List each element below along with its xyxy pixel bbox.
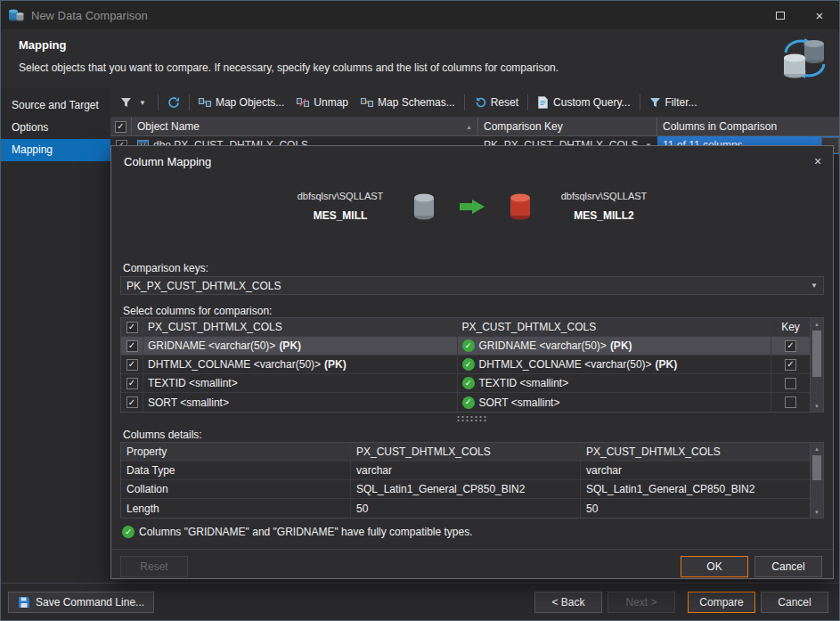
column-checkbox[interactable] — [126, 396, 138, 408]
toolbar-separator — [158, 94, 159, 110]
column-row-textid[interactable]: TEXTID <smallint> TEXTID <smallint> — [121, 374, 810, 393]
source-database: MES_MILL — [291, 209, 389, 222]
compatibility-status: Columns "GRIDNAME" and "GRIDNAME" have f… — [122, 526, 473, 538]
sort-ascending-icon: ▲ — [466, 124, 472, 130]
dialog-title: Column Mapping — [124, 155, 211, 168]
refresh-button[interactable] — [161, 92, 186, 113]
select-all-objects-checkbox[interactable] — [110, 118, 132, 135]
target-server: dbfsqlsrv\SQLLAST — [555, 191, 653, 201]
source-server: dbfsqlsrv\SQLLAST — [291, 191, 389, 201]
column-table-header: PX_CUST_DHTMLX_COLS PX_CUST_DHTMLX_COLS … — [121, 318, 810, 337]
chevron-down-icon: ▼ — [811, 282, 818, 290]
back-button[interactable]: < Back — [534, 592, 602, 613]
column-checkbox[interactable] — [126, 359, 138, 371]
scroll-up-icon[interactable]: ▲ — [811, 443, 823, 454]
compatible-icon — [462, 377, 475, 389]
unmap-label: Unmap — [314, 96, 348, 109]
custom-query-icon — [537, 96, 549, 109]
map-schemas-label: Map Schemas... — [378, 96, 455, 109]
column-checkbox[interactable] — [126, 378, 138, 389]
success-icon — [122, 526, 135, 538]
reset-button[interactable]: Reset — [468, 92, 525, 113]
toolbar-separator — [189, 94, 190, 110]
key-checkbox[interactable] — [785, 378, 796, 389]
ok-button[interactable]: OK — [681, 556, 748, 577]
refresh-icon — [167, 96, 180, 109]
source-database-icon — [412, 192, 436, 221]
wizard-sidebar: Source and Target Options Mapping — [1, 88, 110, 583]
scroll-down-icon[interactable]: ▼ — [811, 506, 823, 518]
titlebar: New Data Comparison × — [1, 1, 839, 29]
next-button[interactable]: Next > — [608, 592, 675, 613]
reset-mapping-button[interactable]: Reset — [120, 556, 188, 577]
columns-details-table: Property PX_CUST_DHTMLX_COLS PX_CUST_DHT… — [120, 442, 824, 519]
save-command-line-button[interactable]: Save Command Line... — [8, 592, 154, 613]
maximize-button[interactable] — [761, 1, 800, 29]
scroll-up-icon[interactable]: ▲ — [811, 318, 823, 330]
columns-in-comparison-column-header[interactable]: Columns in Comparison — [657, 118, 839, 135]
sidebar-item-mapping[interactable]: Mapping — [1, 139, 110, 161]
filter-dropdown-button[interactable]: ▼ — [114, 92, 155, 113]
details-row-length[interactable]: Length 50 50 — [121, 499, 810, 518]
compare-button[interactable]: Compare — [688, 592, 755, 613]
details-row-data-type[interactable]: Data Type varchar varchar — [121, 462, 810, 480]
sidebar-item-source-and-target[interactable]: Source and Target — [1, 94, 110, 117]
sidebar-item-options[interactable]: Options — [1, 117, 110, 139]
close-dialog-button[interactable]: × — [809, 152, 827, 170]
splitter-grip[interactable] — [456, 415, 488, 421]
new-data-comparison-window: New Data Comparison × Mapping Select obj… — [0, 0, 840, 621]
columns-scrollbar[interactable]: ▲ ▼ — [810, 318, 823, 412]
custom-query-button[interactable]: Custom Query... — [531, 92, 636, 113]
column-row-dhtmlx-colname[interactable]: DHTMLX_COLNAME <varchar(50)>(PK) DHTMLX_… — [121, 355, 810, 374]
map-schemas-icon — [361, 96, 373, 109]
app-icon — [8, 8, 24, 22]
wizard-footer: Save Command Line... < Back Next > Compa… — [1, 583, 839, 620]
key-checkbox[interactable] — [785, 359, 796, 371]
scroll-down-icon[interactable]: ▼ — [811, 400, 823, 412]
target-table-header[interactable]: PX_CUST_DHTMLX_COLS — [457, 318, 771, 336]
funnel-icon — [120, 97, 132, 109]
toolbar-separator — [640, 94, 640, 110]
status-text: Columns "GRIDNAME" and "GRIDNAME" have f… — [139, 526, 473, 538]
details-row-collation[interactable]: Collation SQL_Latin1_General_CP850_BIN2 … — [121, 480, 810, 499]
scrollbar-thumb[interactable] — [812, 331, 821, 377]
scrollbar-thumb[interactable] — [812, 455, 821, 480]
mapping-toolbar: ▼ Map Objects... Unmap Map Schemas.. — [110, 88, 839, 118]
select-all-columns-checkbox[interactable] — [126, 322, 138, 333]
dialog-cancel-button[interactable]: Cancel — [754, 556, 822, 577]
compatible-icon — [462, 358, 475, 371]
details-scrollbar[interactable]: ▲ ▼ — [810, 443, 823, 518]
target-database: MES_MILL2 — [555, 209, 653, 222]
comparison-keys-combo[interactable]: PK_PX_CUST_DHTMLX_COLS ▼ — [120, 276, 824, 295]
object-name-column-header[interactable]: Object Name ▲ — [132, 118, 478, 135]
direction-arrow-icon — [459, 199, 485, 215]
chevron-down-icon: ▼ — [136, 99, 149, 107]
details-header-row: Property PX_CUST_DHTMLX_COLS PX_CUST_DHT… — [121, 443, 810, 462]
data-comparison-icon — [780, 37, 828, 80]
column-row-sort[interactable]: SORT <smallint> SORT <smallint> — [121, 393, 810, 412]
target-info: dbfsqlsrv\SQLLAST MES_MILL2 — [555, 191, 653, 222]
map-schemas-button[interactable]: Map Schemas... — [355, 92, 461, 113]
dialog-divider — [111, 549, 833, 550]
reset-label: Reset — [491, 96, 518, 109]
filter-button[interactable]: Filter... — [643, 92, 704, 113]
map-objects-icon — [199, 96, 211, 109]
map-objects-button[interactable]: Map Objects... — [192, 92, 290, 113]
toolbar-separator — [464, 94, 465, 110]
objects-grid-header: Object Name ▲ Comparison Key Columns in … — [110, 118, 839, 136]
column-mapping-table: PX_CUST_DHTMLX_COLS PX_CUST_DHTMLX_COLS … — [120, 317, 824, 413]
cancel-button[interactable]: Cancel — [761, 592, 828, 613]
comparison-key-column-header[interactable]: Comparison Key — [478, 118, 657, 135]
unmap-icon — [297, 96, 309, 109]
source-target-summary: dbfsqlsrv\SQLLAST MES_MILL dbfsqlsrv\SQL… — [111, 191, 833, 222]
save-icon — [18, 596, 30, 609]
unmap-button[interactable]: Unmap — [290, 92, 355, 113]
column-checkbox[interactable] — [126, 340, 138, 352]
source-table-header[interactable]: PX_CUST_DHTMLX_COLS — [143, 318, 457, 336]
key-checkbox[interactable] — [785, 340, 796, 352]
key-checkbox[interactable] — [785, 396, 796, 408]
column-row-gridname[interactable]: GRIDNAME <varchar(50)>(PK) GRIDNAME <var… — [121, 337, 810, 355]
close-window-button[interactable]: × — [800, 1, 839, 29]
reset-icon — [474, 96, 486, 109]
key-header: Key — [771, 318, 810, 336]
